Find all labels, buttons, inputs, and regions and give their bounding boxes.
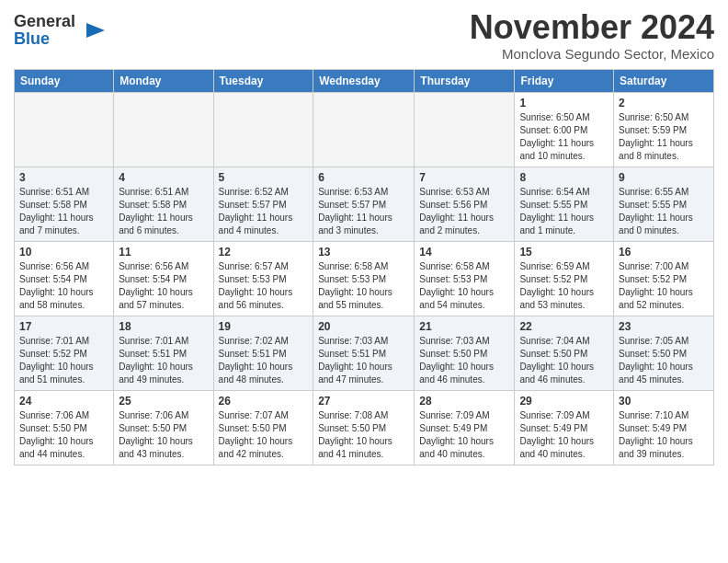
table-row: 11 Sunrise: 6:56 AMSunset: 5:54 PMDaylig… (114, 241, 213, 316)
table-row: 6 Sunrise: 6:53 AMSunset: 5:57 PMDayligh… (313, 167, 415, 241)
day-info: Sunrise: 7:09 AMSunset: 5:49 PMDaylight:… (519, 410, 594, 459)
table-row: 3 Sunrise: 6:51 AMSunset: 5:58 PMDayligh… (15, 167, 114, 241)
col-wednesday: Wednesday (313, 69, 415, 92)
table-row (313, 92, 415, 167)
col-tuesday: Tuesday (213, 69, 313, 92)
month-title: November 2024 (470, 9, 714, 46)
table-row: 23 Sunrise: 7:05 AMSunset: 5:50 PMDaylig… (614, 316, 714, 390)
table-row: 7 Sunrise: 6:53 AMSunset: 5:56 PMDayligh… (415, 167, 515, 241)
day-number: 24 (19, 395, 108, 408)
table-row: 14 Sunrise: 6:58 AMSunset: 5:53 PMDaylig… (415, 241, 515, 316)
table-row: 20 Sunrise: 7:03 AMSunset: 5:51 PMDaylig… (313, 316, 415, 390)
calendar-week-row: 10 Sunrise: 6:56 AMSunset: 5:54 PMDaylig… (15, 241, 714, 316)
day-number: 20 (318, 320, 409, 333)
calendar-week-row: 3 Sunrise: 6:51 AMSunset: 5:58 PMDayligh… (15, 167, 714, 241)
calendar-week-row: 17 Sunrise: 7:01 AMSunset: 5:52 PMDaylig… (15, 316, 714, 390)
table-row (15, 92, 114, 167)
day-number: 3 (19, 171, 108, 184)
table-row: 13 Sunrise: 6:58 AMSunset: 5:53 PMDaylig… (313, 241, 415, 316)
day-info: Sunrise: 6:56 AMSunset: 5:54 PMDaylight:… (119, 261, 193, 310)
calendar-week-row: 24 Sunrise: 7:06 AMSunset: 5:50 PMDaylig… (15, 390, 714, 465)
col-saturday: Saturday (614, 69, 714, 92)
day-number: 21 (419, 320, 509, 333)
table-row: 5 Sunrise: 6:52 AMSunset: 5:57 PMDayligh… (213, 167, 313, 241)
day-info: Sunrise: 7:07 AMSunset: 5:50 PMDaylight:… (219, 410, 293, 459)
page: General Blue November 2024 Monclova Segu… (0, 0, 728, 479)
day-number: 17 (19, 320, 108, 333)
table-row: 22 Sunrise: 7:04 AMSunset: 5:50 PMDaylig… (515, 316, 614, 390)
day-info: Sunrise: 6:51 AMSunset: 5:58 PMDaylight:… (119, 187, 193, 236)
table-row: 30 Sunrise: 7:10 AMSunset: 5:49 PMDaylig… (614, 390, 714, 465)
table-row: 8 Sunrise: 6:54 AMSunset: 5:55 PMDayligh… (515, 167, 614, 241)
day-info: Sunrise: 7:10 AMSunset: 5:49 PMDaylight:… (619, 410, 693, 459)
day-number: 30 (619, 395, 709, 408)
table-row (415, 92, 515, 167)
day-number: 28 (419, 395, 509, 408)
day-number: 9 (619, 171, 709, 184)
day-info: Sunrise: 6:51 AMSunset: 5:58 PMDaylight:… (19, 187, 94, 236)
table-row: 27 Sunrise: 7:08 AMSunset: 5:50 PMDaylig… (313, 390, 415, 465)
day-info: Sunrise: 6:52 AMSunset: 5:57 PMDaylight:… (219, 187, 293, 236)
day-info: Sunrise: 7:06 AMSunset: 5:50 PMDaylight:… (119, 410, 193, 459)
day-number: 13 (318, 246, 409, 259)
day-info: Sunrise: 6:53 AMSunset: 5:57 PMDaylight:… (318, 187, 392, 236)
table-row: 24 Sunrise: 7:06 AMSunset: 5:50 PMDaylig… (15, 390, 114, 465)
location-title: Monclova Segundo Sector, Mexico (470, 46, 714, 62)
day-number: 12 (219, 246, 309, 259)
table-row (213, 92, 313, 167)
day-info: Sunrise: 6:56 AMSunset: 5:54 PMDaylight:… (19, 261, 94, 310)
day-info: Sunrise: 6:50 AMSunset: 6:00 PMDaylight:… (519, 112, 594, 161)
table-row: 2 Sunrise: 6:50 AMSunset: 5:59 PMDayligh… (614, 92, 714, 167)
day-info: Sunrise: 7:03 AMSunset: 5:51 PMDaylight:… (318, 336, 392, 385)
table-row: 10 Sunrise: 6:56 AMSunset: 5:54 PMDaylig… (15, 241, 114, 316)
table-row: 29 Sunrise: 7:09 AMSunset: 5:49 PMDaylig… (515, 390, 614, 465)
calendar-week-row: 1 Sunrise: 6:50 AMSunset: 6:00 PMDayligh… (15, 92, 714, 167)
table-row: 17 Sunrise: 7:01 AMSunset: 5:52 PMDaylig… (15, 316, 114, 390)
logo-flag-icon (79, 21, 108, 40)
table-row: 18 Sunrise: 7:01 AMSunset: 5:51 PMDaylig… (114, 316, 213, 390)
table-row: 16 Sunrise: 7:00 AMSunset: 5:52 PMDaylig… (614, 241, 714, 316)
day-number: 10 (19, 246, 108, 259)
day-info: Sunrise: 6:54 AMSunset: 5:55 PMDaylight:… (519, 187, 594, 236)
day-info: Sunrise: 7:01 AMSunset: 5:51 PMDaylight:… (119, 336, 193, 385)
col-sunday: Sunday (15, 69, 114, 92)
day-number: 2 (619, 97, 709, 109)
day-number: 27 (318, 395, 409, 408)
day-info: Sunrise: 6:58 AMSunset: 5:53 PMDaylight:… (318, 261, 392, 310)
day-info: Sunrise: 7:03 AMSunset: 5:50 PMDaylight:… (419, 336, 494, 385)
logo-general-text: General (14, 12, 75, 30)
day-info: Sunrise: 6:59 AMSunset: 5:52 PMDaylight:… (519, 261, 594, 310)
day-number: 26 (219, 395, 309, 408)
table-row: 4 Sunrise: 6:51 AMSunset: 5:58 PMDayligh… (114, 167, 213, 241)
day-info: Sunrise: 6:57 AMSunset: 5:53 PMDaylight:… (219, 261, 293, 310)
table-row: 26 Sunrise: 7:07 AMSunset: 5:50 PMDaylig… (213, 390, 313, 465)
day-number: 6 (318, 171, 409, 184)
calendar-header-row: Sunday Monday Tuesday Wednesday Thursday… (15, 69, 714, 92)
title-block: November 2024 Monclova Segundo Sector, M… (470, 9, 714, 62)
svg-marker-0 (86, 23, 105, 38)
day-number: 19 (219, 320, 309, 333)
col-thursday: Thursday (415, 69, 515, 92)
day-number: 7 (419, 171, 509, 184)
day-number: 8 (519, 171, 609, 184)
day-info: Sunrise: 7:01 AMSunset: 5:52 PMDaylight:… (19, 336, 94, 385)
day-info: Sunrise: 7:00 AMSunset: 5:52 PMDaylight:… (619, 261, 693, 310)
day-info: Sunrise: 7:09 AMSunset: 5:49 PMDaylight:… (419, 410, 494, 459)
day-info: Sunrise: 7:04 AMSunset: 5:50 PMDaylight:… (519, 336, 594, 385)
day-info: Sunrise: 7:06 AMSunset: 5:50 PMDaylight:… (19, 410, 94, 459)
table-row: 1 Sunrise: 6:50 AMSunset: 6:00 PMDayligh… (515, 92, 614, 167)
day-info: Sunrise: 6:50 AMSunset: 5:59 PMDaylight:… (619, 112, 693, 161)
day-number: 1 (519, 97, 609, 109)
header: General Blue November 2024 Monclova Segu… (14, 9, 714, 62)
day-number: 18 (119, 320, 208, 333)
day-number: 23 (619, 320, 709, 333)
day-number: 22 (519, 320, 609, 333)
day-number: 11 (119, 246, 208, 259)
day-number: 25 (119, 395, 208, 408)
day-number: 4 (119, 171, 208, 184)
logo-blue-text: Blue (14, 29, 50, 48)
table-row (114, 92, 213, 167)
table-row: 28 Sunrise: 7:09 AMSunset: 5:49 PMDaylig… (415, 390, 515, 465)
day-number: 15 (519, 246, 609, 259)
table-row: 21 Sunrise: 7:03 AMSunset: 5:50 PMDaylig… (415, 316, 515, 390)
